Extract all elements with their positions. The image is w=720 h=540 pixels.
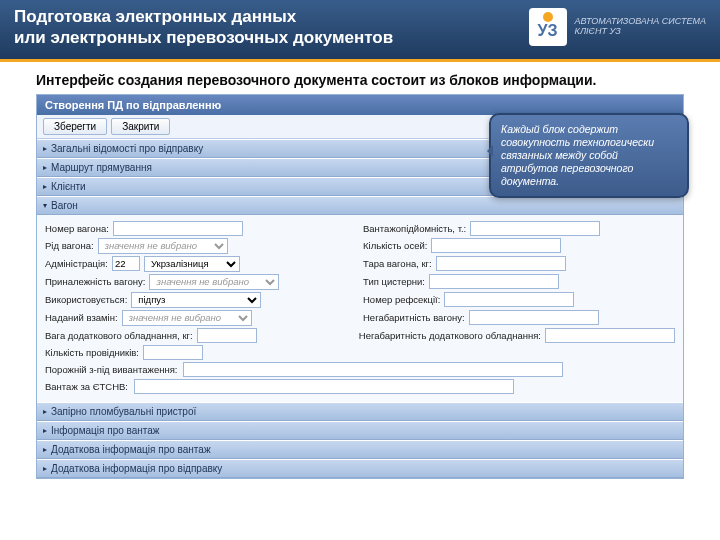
chevron-right-icon: ▸ xyxy=(43,426,47,435)
lbl-admin: Адміністрація: xyxy=(45,258,108,269)
wagon-no-input[interactable] xyxy=(113,221,243,236)
lbl-used-as: Використовується: xyxy=(45,294,127,305)
callout-bubble: Каждый блок содержит совокупность технол… xyxy=(489,113,689,199)
logo-block: УЗ АВТОМАТИЗОВАНА СИСТЕМА КЛІЄНТ УЗ xyxy=(529,8,706,46)
close-button[interactable]: Закрити xyxy=(111,118,170,135)
addl-equip-oversize-input[interactable] xyxy=(545,328,675,343)
lbl-tank-type: Тип цистерни: xyxy=(363,276,425,287)
chevron-right-icon: ▸ xyxy=(43,144,47,153)
lbl-oversize: Негабаритність вагону: xyxy=(363,312,465,323)
lbl-capacity: Вантажопідйомність, т.: xyxy=(363,223,466,234)
logo-text: АВТОМАТИЗОВАНА СИСТЕМА КЛІЄНТ УЗ xyxy=(575,17,706,37)
guides-count-input[interactable] xyxy=(143,345,203,360)
section-cargo-extra[interactable]: ▸Додаткова інформація про вантаж xyxy=(37,440,683,459)
lbl-cargo-etsnv: Вантаж за ЄТСНВ: xyxy=(45,381,128,392)
app-window: Створення ПД по відправленню Зберегти За… xyxy=(36,94,684,479)
wagon-type-select[interactable]: значення не вибрано xyxy=(98,238,228,254)
lbl-addl-equip-weight: Вага додаткового обладнання, кг: xyxy=(45,330,193,341)
lbl-empty-after: Порожній з-під вивантаження: xyxy=(45,364,177,375)
lbl-ownership: Приналежність вагону: xyxy=(45,276,145,287)
section-cargo-info[interactable]: ▸Інформація про вантаж xyxy=(37,421,683,440)
addl-equip-weight-input[interactable] xyxy=(197,328,257,343)
slide-header: Подготовка электронных данных или электр… xyxy=(0,0,720,59)
lbl-axles: Кількість осей: xyxy=(363,240,427,251)
axles-input[interactable] xyxy=(431,238,561,253)
given-instead-select[interactable]: значення не вибрано xyxy=(122,310,252,326)
cargo-etsnv-input[interactable] xyxy=(134,379,514,394)
refsection-input[interactable] xyxy=(444,292,574,307)
lbl-refsection: Номер рефсекції: xyxy=(363,294,440,305)
chevron-right-icon: ▸ xyxy=(43,445,47,454)
admin-code-input[interactable] xyxy=(112,256,140,271)
window-title: Створення ПД по відправленню xyxy=(37,95,683,115)
wagon-form: Номер вагона: Вантажопідйомність, т.: Рі… xyxy=(37,215,683,402)
capacity-input[interactable] xyxy=(470,221,600,236)
logo-icon: УЗ xyxy=(529,8,567,46)
lbl-wagon-type: Рід вагона: xyxy=(45,240,94,251)
chevron-right-icon: ▸ xyxy=(43,182,47,191)
admin-name-select[interactable]: Укрзалізниця xyxy=(144,256,240,272)
tare-input[interactable] xyxy=(436,256,566,271)
used-as-select[interactable]: підпуз xyxy=(131,292,261,308)
ownership-select[interactable]: значення не вибрано xyxy=(149,274,279,290)
lbl-given-instead: Наданий взамін: xyxy=(45,312,118,323)
title-line-1: Подготовка электронных данных xyxy=(14,7,296,26)
chevron-right-icon: ▸ xyxy=(43,163,47,172)
chevron-right-icon: ▸ xyxy=(43,407,47,416)
lbl-wagon-no: Номер вагона: xyxy=(45,223,109,234)
oversize-input[interactable] xyxy=(469,310,599,325)
title-line-2: или электронных перевозочных документов xyxy=(14,28,393,47)
lbl-guides-count: Кількість провідників: xyxy=(45,347,139,358)
intro-text: Интерфейс создания перевозочного докумен… xyxy=(0,62,720,94)
section-seals[interactable]: ▸Запірно пломбувальні пристрої xyxy=(37,402,683,421)
chevron-right-icon: ▸ xyxy=(43,464,47,473)
save-button[interactable]: Зберегти xyxy=(43,118,107,135)
slide-title: Подготовка электронных данных или электр… xyxy=(14,6,393,49)
lbl-addl-equip-oversize: Негабаритність додаткового обладнання: xyxy=(359,330,541,341)
tank-type-input[interactable] xyxy=(429,274,559,289)
section-wagon[interactable]: ▾Вагон xyxy=(37,196,683,215)
chevron-down-icon: ▾ xyxy=(43,201,47,210)
lbl-tare: Тара вагона, кг: xyxy=(363,258,432,269)
empty-after-input[interactable] xyxy=(183,362,563,377)
section-shipment-extra[interactable]: ▸Додаткова інформація про відправку xyxy=(37,459,683,478)
